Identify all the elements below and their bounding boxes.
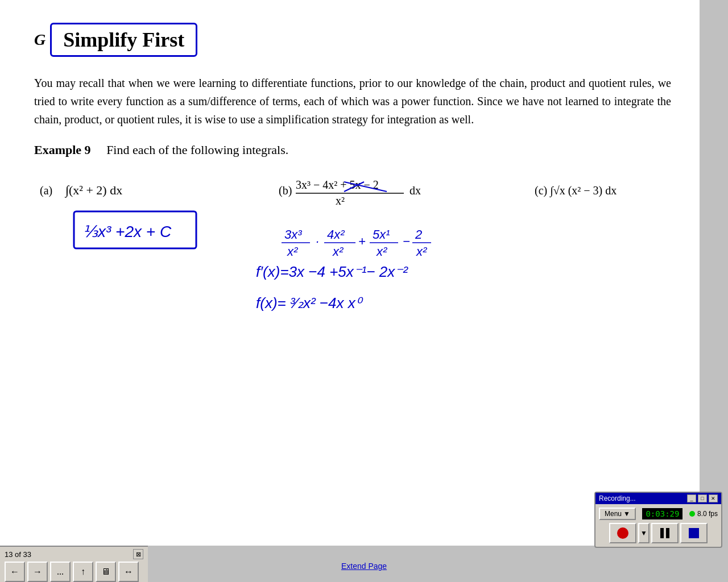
record-dropdown-btn[interactable]: ▼: [638, 523, 650, 543]
stop-icon: [689, 528, 699, 538]
problems-area: (a) ∫(x² + 2) dx (b) 3x³ − 4x² + 5x − 2 …: [34, 172, 671, 430]
svg-text:5x¹: 5x¹: [373, 227, 390, 242]
dots-icon: ...: [57, 567, 64, 577]
monitor-btn[interactable]: 🖥: [96, 562, 116, 582]
svg-text:(c)  ∫√x (x² − 3) dx: (c) ∫√x (x² − 3) dx: [535, 184, 617, 198]
restore-btn[interactable]: □: [698, 494, 707, 502]
svg-text:x²: x²: [332, 244, 344, 259]
recording-body: Menu ▼ 0:03:29 8.0 fps ▼: [595, 504, 721, 547]
recording-controls: ▼: [599, 523, 718, 543]
back-icon: ←: [10, 567, 19, 577]
recording-titlebar: Recording... _ □ ✕: [595, 493, 721, 504]
section-letter: G: [34, 31, 46, 49]
svg-text:3x³: 3x³: [284, 227, 302, 242]
math-content-svg: (a) ∫(x² + 2) dx (b) 3x³ − 4x² + 5x − 2 …: [34, 172, 677, 427]
svg-text:f(x)= ³⁄₂x² −4x   x⁰: f(x)= ³⁄₂x² −4x x⁰: [256, 294, 363, 311]
recording-top-row: Menu ▼ 0:03:29 8.0 fps: [599, 508, 718, 520]
example-heading: Example 9 Find each of the following int…: [34, 143, 671, 157]
page-indicator-text: 13 of 33: [5, 550, 130, 559]
page-indicator-icon: ⊠: [136, 551, 141, 558]
recording-panel: Recording... _ □ ✕ Menu ▼ 0:03:29 8.0 fp…: [594, 492, 722, 548]
svg-text:·: ·: [316, 234, 319, 248]
record-dropdown-icon: ▼: [640, 529, 647, 537]
close-icon: ✕: [711, 496, 715, 501]
up-btn[interactable]: ↑: [73, 562, 93, 582]
page-indicator-area: 13 of 33 ⊠ ← → ... ↑ 🖥 ↔: [0, 546, 148, 582]
svg-text:+: +: [358, 234, 366, 248]
monitor-icon: 🖥: [101, 567, 110, 577]
stop-btn[interactable]: [680, 523, 708, 543]
forward-btn[interactable]: →: [27, 562, 48, 582]
dots-btn[interactable]: ...: [50, 562, 71, 582]
pause-btn[interactable]: [651, 523, 679, 543]
main-document: G Simplify First You may recall that whe…: [0, 0, 700, 546]
minimize-btn[interactable]: _: [687, 494, 696, 502]
extend-page-link[interactable]: Extend Page: [341, 562, 387, 571]
back-btn[interactable]: ←: [5, 562, 25, 582]
svg-text:∫(x² + 2) dx: ∫(x² + 2) dx: [64, 183, 122, 198]
record-icon: [617, 527, 628, 539]
minimize-icon: _: [690, 496, 693, 501]
pause-icon: [660, 528, 669, 538]
page-title: Simplify First: [63, 28, 184, 52]
fps-status-dot: [689, 511, 695, 517]
recording-title: Recording...: [599, 494, 636, 502]
page-indicator-box-btn[interactable]: ⊠: [133, 549, 143, 559]
close-btn[interactable]: ✕: [709, 494, 718, 502]
example-label: Example 9: [34, 143, 91, 157]
svg-text:x²: x²: [287, 244, 298, 259]
svg-text:−: −: [403, 234, 410, 248]
svg-text:x²: x²: [416, 244, 427, 259]
menu-btn[interactable]: Menu ▼: [599, 508, 636, 520]
page-num-row: 13 of 33 ⊠: [5, 549, 143, 559]
fps-indicator: 8.0 fps: [689, 510, 718, 518]
title-area: G Simplify First: [34, 23, 671, 57]
record-btn[interactable]: [609, 523, 636, 543]
svg-text:x²: x²: [376, 244, 387, 259]
svg-text:4x²: 4x²: [327, 227, 345, 242]
svg-text:⅓x³ +2x + C: ⅓x³ +2x + C: [82, 223, 172, 240]
body-text: You may recall that when we were learnin…: [34, 74, 671, 128]
svg-text:f′(x)=3x −4 +5x⁻¹− 2x⁻²: f′(x)=3x −4 +5x⁻¹− 2x⁻²: [256, 263, 408, 280]
svg-text:3x³ − 4x² + 5x − 2: 3x³ − 4x² + 5x − 2: [296, 178, 379, 191]
fps-value: 8.0 fps: [697, 510, 718, 518]
up-icon: ↑: [81, 567, 85, 577]
menu-chevron-icon: ▼: [623, 510, 630, 518]
forward-icon: →: [33, 567, 42, 577]
title-box: Simplify First: [50, 23, 197, 57]
time-display: 0:03:29: [642, 508, 682, 519]
svg-text:dx: dx: [410, 184, 421, 197]
svg-text:x²: x²: [336, 194, 345, 207]
expand-icon: ↔: [124, 567, 133, 577]
svg-text:(a): (a): [40, 184, 52, 197]
example-instruction: Find each of the following integrals.: [106, 143, 288, 157]
restore-icon: □: [701, 496, 704, 501]
svg-text:(b): (b): [279, 184, 292, 197]
expand-btn[interactable]: ↔: [118, 562, 139, 582]
svg-text:2: 2: [415, 227, 422, 242]
nav-btns-row: ← → ... ↑ 🖥 ↔: [5, 562, 143, 582]
menu-label: Menu: [605, 510, 622, 518]
recording-titlebar-btns: _ □ ✕: [687, 494, 718, 502]
